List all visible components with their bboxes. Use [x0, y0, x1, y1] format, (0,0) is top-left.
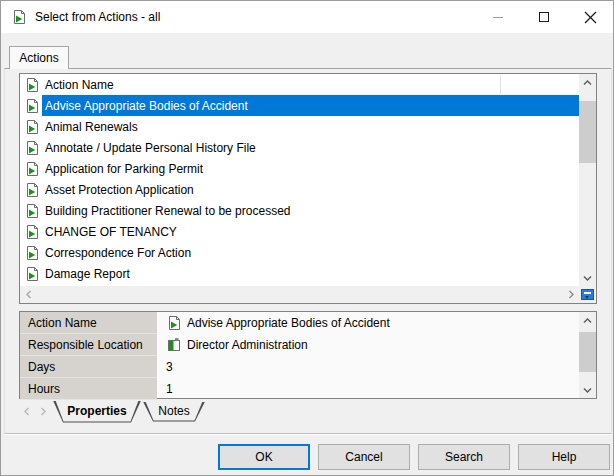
property-value-text: Director Administration	[187, 338, 308, 352]
scroll-down-icon[interactable]	[579, 269, 596, 286]
tab-properties-label: Properties	[67, 404, 126, 418]
scroll-right-icon[interactable]	[562, 286, 579, 303]
scroll-left-icon[interactable]	[20, 286, 37, 303]
list-item-label: Advise Appropriate Bodies of Accident	[45, 99, 248, 113]
property-label: Responsible Location	[20, 334, 157, 356]
minimize-button[interactable]	[475, 1, 521, 33]
property-label: Action Name	[20, 312, 157, 334]
action-document-icon	[24, 224, 40, 240]
property-label: Hours	[20, 378, 157, 400]
action-document-icon	[24, 161, 40, 177]
scrollbar-thumb[interactable]	[579, 332, 596, 372]
list-item[interactable]: CHANGE OF TENANCY	[20, 221, 579, 242]
tab-notes[interactable]: Notes	[143, 402, 205, 422]
action-document-icon	[24, 245, 40, 261]
properties-panel: Action Name Advise Appropriate Bodies of…	[19, 311, 597, 399]
column-chooser-icon[interactable]	[581, 289, 594, 300]
list-header-row[interactable]: Action Name	[20, 74, 579, 95]
close-button[interactable]	[567, 1, 613, 33]
window-title: Select from Actions - all	[35, 10, 160, 24]
list-item[interactable]: Building Practitioner Renewal to be proc…	[20, 200, 579, 221]
maximize-icon	[539, 12, 549, 22]
property-value-text: 3	[166, 360, 173, 374]
tab-actions-label: Actions	[19, 51, 58, 65]
property-label: Days	[20, 356, 157, 378]
scroll-up-icon[interactable]	[579, 312, 596, 329]
list-item-label: Correspondence For Action	[45, 246, 191, 260]
property-value: Director Administration	[157, 334, 579, 356]
actions-list: Action Name Advise Appropriate Bodies of…	[19, 73, 597, 304]
property-value: Advise Appropriate Bodies of Accident	[157, 312, 579, 334]
ok-button-label: OK	[255, 450, 272, 464]
help-button-label: Help	[552, 450, 577, 464]
property-value-text: 1	[166, 382, 173, 396]
list-vertical-scrollbar[interactable]	[579, 74, 596, 286]
column-divider	[500, 75, 501, 94]
list-item-label: Building Practitioner Renewal to be proc…	[45, 204, 290, 218]
scroll-down-icon[interactable]	[579, 381, 596, 398]
property-value: 3	[157, 356, 579, 378]
action-document-icon	[24, 119, 40, 135]
list-item[interactable]: Animal Renewals	[20, 116, 579, 137]
close-icon	[584, 11, 597, 24]
list-item-label: Damage Report	[45, 267, 130, 281]
help-button[interactable]: Help	[518, 444, 610, 470]
scrollbar-corner	[579, 286, 596, 303]
action-document-icon	[24, 203, 40, 219]
properties-rows: Action Name Advise Appropriate Bodies of…	[20, 312, 579, 398]
select-from-actions-dialog: Select from Actions - all Actions Action…	[0, 0, 614, 476]
action-document-icon	[24, 140, 40, 156]
list-horizontal-scrollbar[interactable]	[20, 286, 579, 303]
list-item[interactable]: Asset Protection Application	[20, 179, 579, 200]
list-item[interactable]: Annotate / Update Personal History File	[20, 137, 579, 158]
tab-notes-label: Notes	[158, 404, 189, 418]
location-icon	[166, 337, 182, 353]
list-item-label: Asset Protection Application	[45, 183, 194, 197]
list-item[interactable]: Correspondence For Action	[20, 242, 579, 263]
list-item-label: Application for Parking Permit	[45, 162, 203, 176]
property-row: Days 3	[20, 356, 579, 378]
property-row: Responsible Location Director Administra…	[20, 334, 579, 356]
list-item-label: Animal Renewals	[45, 120, 138, 134]
property-row: Hours 1	[20, 378, 579, 400]
maximize-button[interactable]	[521, 1, 567, 33]
scroll-up-icon[interactable]	[579, 74, 596, 91]
action-document-icon	[11, 9, 27, 25]
caption-buttons	[475, 1, 613, 33]
property-value: 1	[157, 378, 579, 400]
property-value-text: Advise Appropriate Bodies of Accident	[187, 316, 390, 330]
search-button-label: Search	[445, 450, 483, 464]
tab-scroll-left-icon[interactable]	[19, 404, 35, 420]
tab-scroll-right-icon[interactable]	[35, 404, 51, 420]
column-chooser-arrow	[585, 296, 589, 299]
cancel-button-label: Cancel	[345, 450, 382, 464]
property-row: Action Name Advise Appropriate Bodies of…	[20, 312, 579, 334]
list-item[interactable]: Damage Report	[20, 263, 579, 284]
list-header-label: Action Name	[45, 78, 114, 92]
tab-actions[interactable]: Actions	[9, 46, 69, 69]
tab-properties[interactable]: Properties	[53, 401, 141, 423]
action-document-icon	[24, 182, 40, 198]
action-document-icon	[24, 266, 40, 282]
list-item-label: CHANGE OF TENANCY	[45, 225, 177, 239]
action-document-icon	[166, 315, 182, 331]
column-chooser-dash	[584, 292, 591, 294]
minimize-icon	[493, 17, 503, 18]
properties-vertical-scrollbar[interactable]	[579, 312, 596, 398]
action-document-icon	[24, 98, 40, 114]
list-item-label: Annotate / Update Personal History File	[45, 141, 256, 155]
cancel-button[interactable]: Cancel	[318, 444, 410, 470]
scrollbar-thumb[interactable]	[579, 101, 596, 163]
actions-list-rows: Action Name Advise Appropriate Bodies of…	[20, 74, 579, 286]
ok-button[interactable]: OK	[218, 444, 310, 470]
list-item[interactable]: Advise Appropriate Bodies of Accident	[20, 95, 579, 116]
list-item[interactable]: Application for Parking Permit	[20, 158, 579, 179]
action-document-icon	[24, 77, 40, 93]
detail-tab-strip: Properties Notes	[19, 400, 597, 423]
search-button[interactable]: Search	[418, 444, 510, 470]
title-bar: Select from Actions - all	[1, 1, 613, 33]
